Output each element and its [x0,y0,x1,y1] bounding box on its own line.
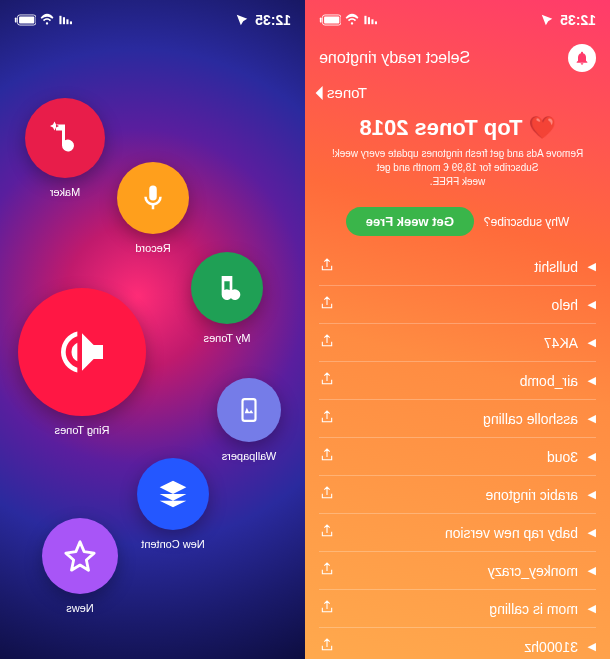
tone-row[interactable]: ▶arabic ringtone [319,476,596,514]
battery-icon [14,14,36,26]
share-button[interactable] [319,295,335,315]
tone-name: mom is calling [489,601,578,617]
wallpapers-bubble[interactable]: Wallpapers [217,378,281,442]
tone-name: air_bomb [520,373,578,389]
play-icon: ▶ [588,564,596,577]
signal-icon [58,13,72,27]
ringtones-bubble[interactable]: Ring Tones [18,288,146,416]
svg-rect-1 [371,19,373,24]
tone-row[interactable]: ▶AK47 [319,324,596,362]
tone-row[interactable]: ▶monkey_crazy [319,552,596,590]
tone-name: assholle calling [483,411,578,427]
bell-icon [574,50,590,66]
location-icon [540,13,554,27]
speaker-rings-icon [54,324,110,380]
notifications-button[interactable] [568,44,596,72]
tone-name: 31000hz [524,639,578,655]
share-button[interactable] [319,333,335,353]
play-icon: ▶ [588,298,596,311]
status-time: 12:35 [255,12,291,28]
tone-name: AK47 [544,335,578,351]
svg-rect-10 [59,16,61,24]
record-bubble[interactable]: Record [117,162,189,234]
maker-bubble[interactable]: Maker [25,98,105,178]
tone-row[interactable]: ▶baby rap new version [319,514,596,552]
layers-icon [157,478,189,510]
play-icon: ▶ [588,488,596,501]
svg-rect-14 [243,399,256,421]
wifi-icon [40,13,54,27]
bubble-label: Maker [5,186,125,198]
share-button[interactable] [319,447,335,467]
play-icon: ▶ [588,336,596,349]
music-notes-icon [211,272,243,304]
subscribe-prompt: Why subscribe? [484,215,569,229]
newcontent-bubble[interactable]: New Content [137,458,209,530]
tone-name: monkey_crazy [488,563,578,579]
share-button[interactable] [319,523,335,543]
phone-wallpaper-icon [236,397,262,423]
nav-title: Select ready ringtone [319,49,470,67]
play-icon: ▶ [588,374,596,387]
play-icon: ▶ [588,412,596,425]
hero-title: ❤️ Top Tones 2018 [323,115,592,141]
heart-icon: ❤️ [529,115,556,140]
ringtone-list-screen: 12:35 Select ready ringtone Tones ❤️ Top… [305,0,610,659]
share-button[interactable] [319,371,335,391]
signal-icon [363,13,377,27]
tone-row[interactable]: ▶31000hz [319,628,596,659]
tone-row[interactable]: ▶mom is calling [319,590,596,628]
get-week-free-button[interactable]: Get week Free [346,207,474,236]
share-button[interactable] [319,409,335,429]
wifi-icon [345,13,359,27]
music-sparkle-icon [47,120,83,156]
battery-icon [319,14,341,26]
hero-section: ❤️ Top Tones 2018 Remove Ads and get fre… [305,109,610,199]
tone-name: 3oud [547,449,578,465]
svg-rect-6 [320,17,322,22]
chevron-right-icon [315,86,325,100]
svg-rect-3 [364,16,366,24]
back-label: Tones [327,84,367,101]
share-button[interactable] [319,257,335,277]
play-icon: ▶ [588,640,596,653]
svg-rect-13 [15,17,17,22]
bubble-label: News [20,602,140,614]
subscribe-row: Why subscribe? Get week Free [305,199,610,248]
svg-rect-5 [324,17,339,24]
tone-name: bullshit [534,259,578,275]
status-bar: 12:35 [0,0,305,40]
microphone-icon [138,183,168,213]
play-icon: ▶ [588,602,596,615]
tone-row[interactable]: ▶air_bomb [319,362,596,400]
svg-rect-12 [19,17,34,24]
nav-bar: Select ready ringtone [305,40,610,82]
tone-row[interactable]: ▶helo [319,286,596,324]
svg-rect-8 [66,19,68,24]
status-time: 12:35 [560,12,596,28]
share-button[interactable] [319,637,335,657]
share-button[interactable] [319,599,335,619]
status-bar: 12:35 [305,0,610,40]
bubble-label: New Content [113,538,233,550]
share-button[interactable] [319,561,335,581]
bubble-label: Wallpapers [189,450,305,462]
tone-row[interactable]: ▶bullshit [319,248,596,286]
mytones-bubble[interactable]: My Tones [191,252,263,324]
svg-rect-0 [375,21,377,24]
bubble-label: Ring Tones [22,424,142,436]
tone-row[interactable]: ▶3oud [319,438,596,476]
tone-name: baby rap new version [445,525,578,541]
bubbles-container: Maker Record My Tones Ring Tones Wallpap… [0,40,305,619]
back-link[interactable]: Tones [305,82,610,109]
share-button[interactable] [319,485,335,505]
play-icon: ▶ [588,450,596,463]
svg-rect-2 [368,17,370,24]
news-bubble[interactable]: News [42,518,118,594]
tone-row[interactable]: ▶assholle calling [319,400,596,438]
location-icon [235,13,249,27]
tone-name: helo [552,297,578,313]
tones-list: ▶bullshit ▶helo ▶AK47 ▶air_bomb ▶assholl… [305,248,610,659]
play-icon: ▶ [588,260,596,273]
bubble-label: My Tones [167,332,287,344]
